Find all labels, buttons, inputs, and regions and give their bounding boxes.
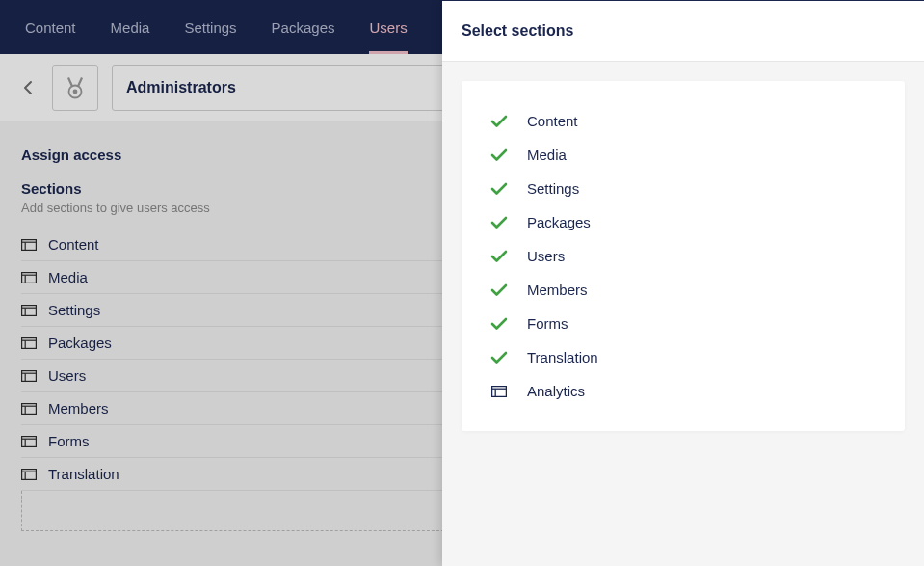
select-section-label: Translation [527, 349, 598, 365]
svg-rect-14 [22, 370, 37, 381]
select-section-label: Content [527, 113, 578, 129]
check-icon [490, 250, 508, 263]
check-icon [490, 115, 508, 128]
section-row-label: Media [48, 269, 88, 285]
select-section-item[interactable]: Members [490, 273, 876, 307]
section-icon [21, 304, 37, 317]
select-section-item[interactable]: Settings [490, 172, 876, 205]
select-section-item[interactable]: Packages [490, 205, 876, 239]
svg-point-1 [73, 89, 78, 94]
nav-tab-label: Packages [272, 19, 335, 36]
medal-icon [65, 76, 86, 99]
section-icon [21, 337, 37, 350]
section-icon [21, 435, 37, 448]
select-section-label: Packages [527, 214, 591, 230]
svg-rect-2 [22, 239, 37, 250]
select-section-label: Forms [527, 315, 568, 332]
nav-tab-label: Users [369, 19, 407, 36]
section-row-label: Content [48, 236, 99, 253]
side-panel-body: Content Media Settings Packages Users [442, 62, 924, 450]
svg-rect-5 [22, 272, 37, 283]
section-icon [21, 468, 37, 481]
select-section-item[interactable]: Translation [490, 340, 876, 374]
svg-rect-17 [22, 403, 37, 414]
select-section-label: Media [527, 147, 567, 163]
select-section-item[interactable]: Content [490, 104, 876, 138]
section-icon [490, 386, 508, 397]
check-icon [490, 216, 508, 229]
nav-tab-settings[interactable]: Settings [167, 0, 253, 54]
section-row-label: Packages [48, 335, 112, 351]
check-icon [490, 283, 508, 297]
svg-rect-8 [22, 305, 37, 315]
select-section-label: Settings [527, 180, 579, 197]
svg-rect-23 [22, 469, 37, 479]
section-row-label: Members [48, 400, 109, 417]
select-sections-card: Content Media Settings Packages Users [462, 81, 905, 431]
nav-tab-users[interactable]: Users [352, 0, 424, 54]
back-arrow-icon[interactable] [19, 80, 39, 95]
section-icon [21, 271, 37, 284]
select-section-label: Users [527, 248, 565, 264]
section-row-label: Translation [48, 466, 119, 482]
svg-rect-26 [492, 386, 507, 396]
nav-tab-label: Media [111, 19, 150, 36]
select-section-label: Members [527, 282, 588, 298]
side-panel-title: Select sections [442, 1, 924, 62]
check-icon [490, 182, 508, 196]
section-icon [21, 402, 37, 416]
nav-tab-media[interactable]: Media [93, 0, 168, 54]
nav-tab-packages[interactable]: Packages [254, 0, 353, 54]
section-row-label: Users [48, 367, 86, 384]
select-sections-panel: Select sections Content Media Settings [442, 0, 924, 566]
section-icon [21, 369, 37, 383]
select-section-item[interactable]: Media [490, 138, 876, 172]
select-section-item[interactable]: Forms [490, 307, 876, 340]
svg-rect-11 [22, 337, 37, 348]
check-icon [490, 317, 508, 331]
check-icon [490, 148, 508, 162]
select-section-item[interactable]: Analytics [490, 374, 876, 408]
select-section-item[interactable]: Users [490, 239, 876, 273]
section-row-label: Settings [48, 302, 100, 318]
select-section-label: Analytics [527, 383, 585, 399]
nav-tab-label: Content [25, 19, 76, 36]
section-row-label: Forms [48, 433, 90, 449]
nav-tab-content[interactable]: Content [8, 0, 93, 54]
check-icon [490, 351, 508, 364]
nav-tab-label: Settings [184, 19, 236, 36]
group-icon-box[interactable] [52, 65, 98, 111]
section-icon [21, 238, 37, 252]
select-sections-list: Content Media Settings Packages Users [490, 104, 876, 408]
svg-rect-20 [22, 436, 37, 446]
